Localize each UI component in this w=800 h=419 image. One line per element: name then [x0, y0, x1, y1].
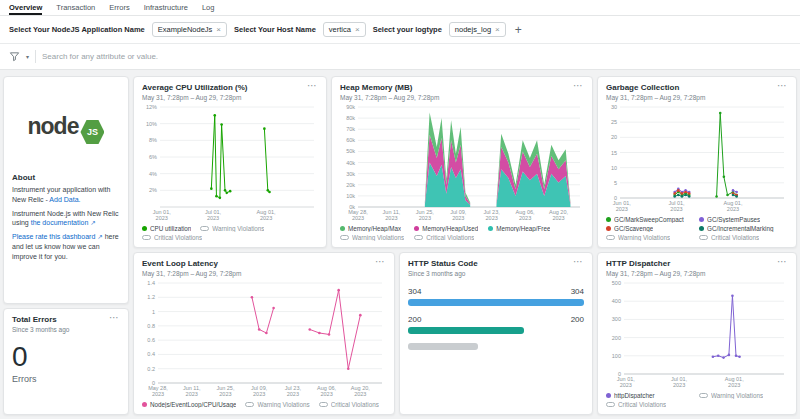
legend-item[interactable]: GC/SystemPauses — [699, 216, 788, 223]
legend-item[interactable]: Memory/Heap/Used — [414, 225, 478, 232]
svg-text:2023: 2023 — [385, 215, 397, 221]
add-data-link[interactable]: Add Data. — [49, 196, 80, 203]
legend-label: Warning Violations — [618, 234, 670, 241]
tab-log[interactable]: Log — [202, 0, 215, 15]
filter-funnel-icon[interactable] — [9, 51, 20, 62]
legend-item[interactable]: Warning Violations — [245, 401, 309, 408]
violation-pill-icon — [699, 235, 708, 240]
tab-errors[interactable]: Errors — [109, 0, 129, 15]
svg-text:300: 300 — [612, 316, 621, 322]
card-menu-icon[interactable]: ⋯ — [375, 259, 386, 265]
card-subtitle: May 31, 7:28pm – Aug 29, 7:28pm — [606, 270, 705, 277]
svg-text:2%: 2% — [149, 187, 157, 193]
status-code-label: 200 — [408, 315, 421, 324]
svg-text:2023: 2023 — [260, 215, 272, 221]
app-filter-value: ExampleNodeJs — [158, 25, 213, 34]
http-dispatcher-chart[interactable]: 0100200300400500Jun 01,2023Jul 01,2023Au… — [606, 279, 788, 389]
svg-text:4%: 4% — [149, 170, 157, 176]
legend-item[interactable]: Warning Violations — [340, 234, 404, 241]
svg-text:2023: 2023 — [727, 206, 739, 212]
svg-text:2023: 2023 — [486, 215, 498, 221]
tab-infrastructure[interactable]: Infrastructure — [144, 0, 188, 15]
event-loop-chart[interactable]: 00.20.40.60.811.21.4May 28,2023Jun 11,20… — [142, 279, 386, 398]
app-filter-pill[interactable]: ExampleNodeJs × — [152, 22, 227, 37]
svg-text:2023: 2023 — [728, 382, 740, 388]
legend-item[interactable]: GC/MarkSweepCompact — [606, 216, 695, 223]
nodejs-info-card: node JS About Instrument your applicatio… — [3, 76, 129, 304]
legend-label: GC/Scavenge — [614, 225, 653, 232]
legend-label: Warning Violations — [711, 392, 763, 399]
card-title: HTTP Status Code — [408, 259, 478, 269]
card-menu-icon[interactable]: ⋯ — [109, 315, 120, 321]
legend-item[interactable]: Warning Violations — [606, 234, 695, 241]
legend-item[interactable]: Critical Violations — [142, 234, 202, 241]
top-tab-bar: Overview Transaction Errors Infrastructu… — [0, 0, 800, 16]
heap-memory-chart[interactable]: 0k10k20k30k40k50k60k70k80k90kMay 28,2023… — [340, 103, 584, 222]
dashboard-grid: node JS About Instrument your applicatio… — [0, 70, 800, 419]
search-input[interactable] — [42, 52, 791, 61]
svg-text:2023: 2023 — [670, 206, 682, 212]
legend-item[interactable]: Critical Violations — [414, 234, 478, 241]
card-menu-icon[interactable]: ⋯ — [777, 259, 788, 265]
svg-text:2023: 2023 — [616, 206, 628, 212]
heap-memory-card: Heap Memory (MB) May 31, 7:28pm – Aug 29… — [331, 76, 593, 248]
legend-label: Warning Violations — [212, 225, 264, 232]
about-paragraph-3: Please rate this dashboard ↗ here and le… — [12, 232, 120, 261]
add-filter-button[interactable]: + — [515, 23, 522, 37]
status-bar-row[interactable]: 304304 — [408, 287, 584, 306]
close-icon[interactable]: × — [495, 25, 500, 34]
close-icon[interactable]: × — [355, 25, 360, 34]
legend-item[interactable]: Critical Violations — [606, 401, 695, 408]
card-title: Heap Memory (MB) — [340, 83, 439, 93]
series-dot-icon — [340, 226, 345, 231]
violation-pill-icon — [319, 402, 328, 407]
tab-transaction[interactable]: Transaction — [56, 0, 95, 15]
total-errors-unit: Errors — [12, 374, 120, 384]
legend-item[interactable]: Warning Violations — [699, 392, 788, 399]
legend-item[interactable]: GC/IncrementalMarking — [699, 225, 788, 232]
garbage-collection-card: Garbage Collection May 31, 7:28pm – Aug … — [597, 76, 797, 248]
svg-text:2023: 2023 — [320, 391, 332, 397]
legend-label: Memory/Heap/Used — [422, 225, 478, 232]
card-menu-icon[interactable]: ⋯ — [573, 259, 584, 265]
event-loop-latency-card: Event Loop Latency May 31, 7:28pm – Aug … — [133, 252, 395, 415]
legend-item[interactable]: Critical Violations — [319, 401, 379, 408]
card-menu-icon[interactable]: ⋯ — [307, 83, 318, 89]
legend-item[interactable]: CPU utilization — [142, 225, 191, 232]
svg-text:10%: 10% — [146, 120, 157, 126]
status-bar-row[interactable]: 200200 — [408, 315, 584, 334]
status-bar-row[interactable] — [408, 343, 584, 350]
svg-text:5: 5 — [614, 179, 617, 185]
legend-item[interactable]: Warning Violations — [200, 225, 264, 232]
rate-dashboard-link[interactable]: Please rate this dashboard — [12, 233, 95, 240]
legend-item[interactable]: GC/Scavenge — [606, 225, 695, 232]
tab-overview[interactable]: Overview — [9, 0, 42, 15]
legend-label: Memory/Heap/Max — [348, 225, 401, 232]
card-menu-icon[interactable]: ⋯ — [777, 83, 788, 89]
svg-text:2023: 2023 — [354, 391, 366, 397]
legend-item[interactable]: Nodejs/EventLoop/CPU/Usage — [142, 401, 236, 408]
violation-pill-icon — [200, 226, 209, 231]
external-link-icon: ↗ — [90, 219, 95, 226]
svg-text:2023: 2023 — [620, 382, 632, 388]
svg-text:2023: 2023 — [207, 215, 219, 221]
logtype-filter-pill[interactable]: nodejs_log × — [449, 22, 506, 37]
legend-item[interactable]: Memory/Heap/Free — [488, 225, 550, 232]
close-icon[interactable]: × — [216, 25, 221, 34]
svg-text:2023: 2023 — [452, 215, 464, 221]
legend-item[interactable]: Critical Violations — [699, 234, 788, 241]
legend-item[interactable]: Memory/Heap/Max — [340, 225, 404, 232]
cpu-chart[interactable]: 2%4%6%8%10%12%Jun 01,2023Jul 01,2023Aug … — [142, 103, 318, 222]
violation-pill-icon — [340, 235, 349, 240]
chevron-down-icon[interactable]: ▾ — [26, 53, 29, 60]
legend-item[interactable]: httpDispatcher — [606, 392, 695, 399]
svg-text:0.2: 0.2 — [147, 365, 155, 371]
card-menu-icon[interactable]: ⋯ — [573, 83, 584, 89]
documentation-link[interactable]: the documentation — [31, 219, 89, 226]
svg-text:1.4: 1.4 — [147, 280, 155, 286]
garbage-collection-chart[interactable]: 051015202530Jun 01,2023Jul 01,2023Aug 01… — [606, 103, 788, 213]
svg-text:25: 25 — [611, 119, 617, 125]
svg-text:2023: 2023 — [419, 215, 431, 221]
host-filter-pill[interactable]: vertica × — [323, 22, 366, 37]
event-loop-legend: Nodejs/EventLoop/CPU/UsageWarning Violat… — [142, 401, 386, 408]
